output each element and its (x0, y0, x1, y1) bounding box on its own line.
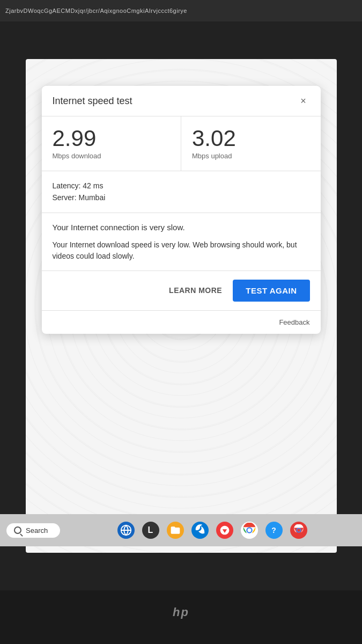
folder-icon[interactable] (167, 522, 184, 539)
message-primary: Your Internet connection is very slow. (53, 222, 310, 233)
feedback-row: Feedback (42, 311, 321, 334)
taskbar-icons: L (69, 522, 356, 539)
search-label: Search (26, 526, 48, 535)
feedback-link[interactable]: Feedback (279, 318, 309, 326)
search-icon (14, 526, 21, 534)
screen-content: Internet speed test × 2.99 Mbps download… (26, 59, 337, 553)
action-row: LEARN MORE TEST AGAIN (42, 271, 321, 311)
chrome-icon[interactable] (241, 522, 258, 539)
chrome2-icon[interactable] (290, 522, 307, 539)
svg-point-3 (247, 529, 251, 532)
speed-test-dialog: Internet speed test × 2.99 Mbps download… (42, 86, 321, 334)
help-icon[interactable]: ? (265, 522, 283, 539)
hp-logo: hp (173, 605, 189, 619)
learn-more-button[interactable]: LEARN MORE (169, 286, 222, 295)
vivaldi-browser-icon[interactable] (216, 522, 233, 539)
screen-bezel: Internet speed test × 2.99 Mbps download… (0, 21, 362, 590)
close-button[interactable]: × (297, 94, 310, 107)
download-label: Mbps download (53, 152, 171, 160)
browser-top-bar: ZjarbvDWoqcGgAECMDxjqr/jbcr/AqixgnooCmgk… (0, 0, 362, 21)
download-cell: 2.99 Mbps download (42, 116, 182, 171)
info-section: Latency: 42 ms Server: Mumbai (42, 171, 321, 213)
upload-value: 3.02 (192, 127, 310, 150)
svg-point-5 (297, 529, 300, 532)
url-bar: ZjarbvDWoqcGgAECMDxjqr/jbcr/AqixgnooCmgk… (5, 8, 187, 14)
server-text: Server: Mumbai (53, 192, 310, 203)
speed-results-row: 2.99 Mbps download 3.02 Mbps upload (42, 116, 321, 171)
globe-browser-icon[interactable] (117, 522, 135, 539)
edge-browser-icon[interactable] (191, 522, 209, 539)
launcher-icon[interactable]: L (142, 522, 159, 539)
dialog-header: Internet speed test × (42, 86, 321, 116)
download-value: 2.99 (53, 127, 171, 150)
message-section: Your Internet connection is very slow. Y… (42, 213, 321, 271)
hp-bezel: hp (0, 590, 362, 634)
dialog-title: Internet speed test (53, 96, 132, 107)
taskbar-search[interactable]: Search (6, 523, 60, 538)
test-again-button[interactable]: TEST AGAIN (233, 280, 309, 302)
message-secondary: Your Internet download speed is very low… (53, 239, 310, 262)
upload-label: Mbps upload (192, 152, 310, 160)
taskbar: Search L (0, 514, 362, 546)
latency-text: Latency: 42 ms (53, 180, 310, 192)
upload-cell: 3.02 Mbps upload (181, 116, 321, 171)
